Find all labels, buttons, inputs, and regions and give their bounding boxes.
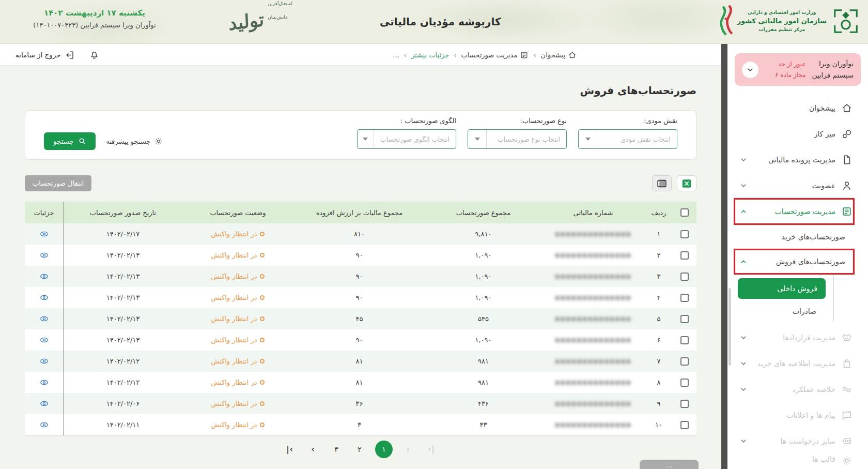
- current-date: یکشنبه ۱۷ اردیبهشت ۱۴۰۲: [9, 8, 180, 18]
- status-ring-icon: [260, 253, 265, 258]
- eye-icon[interactable]: [39, 293, 49, 302]
- row-checkbox[interactable]: [680, 379, 689, 387]
- invoice-status-cell: در انتظار واکنش: [182, 223, 293, 245]
- status-label: در انتظار واکنش: [211, 421, 257, 429]
- pagination-glyph: ۱: [382, 445, 386, 453]
- home-icon: [568, 51, 577, 59]
- advanced-search-button[interactable]: جستجو پیشرفته: [106, 137, 163, 146]
- status-badge: در انتظار واکنش: [211, 230, 265, 238]
- row-checkbox[interactable]: [680, 400, 689, 408]
- page-3-button[interactable]: ۳: [329, 442, 344, 457]
- page-prev-button: ›: [400, 442, 416, 457]
- eye-icon[interactable]: [39, 271, 49, 281]
- org-line-3: مرکز تنظیم مقررات: [737, 26, 827, 34]
- invoice-status-cell: در انتظار واکنش: [182, 308, 293, 329]
- sidebar-item-other-requests: سایر درخواست ها: [727, 428, 868, 454]
- bell-icon[interactable]: [89, 49, 100, 60]
- row-checkbox[interactable]: [680, 315, 689, 323]
- sidebar-item-workspace[interactable]: میز کار: [727, 121, 868, 147]
- company-name: نوآوران ویرا سیستم فرابین (۱۴۰۱۰۰۷۰۳۲۳): [9, 21, 180, 29]
- invoice-status-cell: در انتظار واکنش: [182, 245, 293, 266]
- transfer-invoice-button[interactable]: انتقال صورتحساب: [25, 175, 91, 191]
- header-cell: مجموع مالیات بر ارزش افزوده: [293, 202, 425, 223]
- invoice-status-cell: در انتظار واکنش: [182, 351, 293, 372]
- logout-button[interactable]: خروج از سامانه: [16, 44, 75, 66]
- invoice-icon: [520, 51, 529, 59]
- filter-field: الگوی صورتحساب :انتخاب الگوی صورتحساب: [357, 117, 456, 149]
- tax-id-masked: ●●●●●●●●●●●●●●: [555, 421, 631, 428]
- eye-icon[interactable]: [39, 399, 49, 409]
- table-toolbar: انتقال صورتحساب: [25, 175, 696, 191]
- sidebar-item-exports[interactable]: صادرات: [727, 304, 826, 319]
- sidebar-item-tax-file-management[interactable]: مدیریت پرونده مالیاتی: [727, 147, 868, 173]
- chevron-down-icon: [738, 334, 749, 342]
- column-settings-button[interactable]: [652, 175, 672, 191]
- sidebar-item-templates: قالب ها: [727, 454, 868, 469]
- sidebar-item-purchase-invoices[interactable]: صورتحساب‌های خرید: [727, 224, 868, 249]
- eye-icon[interactable]: [39, 377, 49, 387]
- invoice-pattern-select[interactable]: انتخاب الگوی صورتحساب: [357, 129, 456, 149]
- eye-icon[interactable]: [39, 356, 49, 366]
- row-checkbox[interactable]: [680, 273, 689, 281]
- status-label: در انتظار واکنش: [211, 251, 257, 259]
- message-icon: [841, 410, 853, 421]
- invoice-status-cell: در انتظار واکنش: [182, 287, 293, 308]
- row-checkbox[interactable]: [680, 230, 689, 238]
- row-checkbox[interactable]: [680, 357, 689, 366]
- row-checkbox[interactable]: [680, 336, 689, 344]
- row-number-cell: ۱۰: [645, 414, 673, 435]
- taxpayer-role-select[interactable]: انتخاب نقش مودی: [578, 129, 677, 149]
- page-next-button[interactable]: ‹: [305, 442, 321, 457]
- eye-icon[interactable]: [39, 250, 49, 260]
- breadcrumb-more-details[interactable]: جزئیات بیشتر: [411, 51, 449, 59]
- sidebar-item-invoice-management[interactable]: مدیریت صورتحساب: [727, 199, 868, 224]
- table-header-row: ردیفشماره مالیاتیمجموع صورتحسابمجموع مال…: [25, 202, 696, 223]
- table-toolbar-icons: [652, 175, 696, 191]
- eye-icon[interactable]: [39, 335, 49, 345]
- iran-flag-ribbon-icon: [720, 5, 733, 37]
- table-row: ۷●●●●●●●●●●●●●●۹۸۱۸۱در انتظار واکنش۱۴۰۲/…: [25, 351, 696, 372]
- select-all-checkbox[interactable]: [680, 208, 689, 217]
- sidebar-item-membership[interactable]: عضویت: [727, 173, 868, 199]
- sidebar-item-domestic-sales[interactable]: فروش داخلی: [738, 278, 826, 299]
- user-box-chevron-button[interactable]: [742, 62, 758, 78]
- row-checkbox[interactable]: [680, 251, 689, 260]
- select-placeholder: انتخاب نوع صورتحساب: [487, 135, 566, 143]
- main-content: صورتحساب‌های فروش نقش مودی:انتخاب نقش مو…: [0, 66, 721, 469]
- tax-org-emblem-icon: [831, 6, 861, 36]
- vat-total-cell: ۸۱: [293, 372, 425, 393]
- breadcrumb-dashboard[interactable]: پیشخوان: [541, 51, 577, 59]
- export-excel-button[interactable]: [677, 175, 696, 191]
- date-block: یکشنبه ۱۷ اردیبهشت ۱۴۰۲ نوآوران ویرا سیس…: [9, 8, 180, 29]
- vat-total-cell: ۹۰: [293, 266, 425, 287]
- page-scrollbar[interactable]: [721, 44, 727, 469]
- search-button[interactable]: جستجو: [44, 132, 96, 150]
- row-checkbox[interactable]: [680, 421, 689, 429]
- sidebar-item-sales-invoices[interactable]: صورتحساب‌های فروش: [727, 249, 868, 274]
- sidebar-scrollbar-thumb[interactable]: [729, 288, 731, 366]
- page-2-button[interactable]: ۲: [352, 442, 367, 457]
- chevron-up-icon: [738, 258, 749, 266]
- file-icon: [841, 154, 853, 165]
- tax-id-masked: ●●●●●●●●●●●●●●: [555, 400, 631, 407]
- invoice-type-select[interactable]: انتخاب نوع صورتحساب: [468, 129, 567, 149]
- page-last-button[interactable]: |‹: [282, 442, 298, 457]
- vat-total-cell: ۳۶: [293, 393, 425, 414]
- invoice-status-cell: در انتظار واکنش: [182, 393, 293, 414]
- eye-icon[interactable]: [39, 314, 49, 324]
- chevron-down-icon: [738, 359, 749, 368]
- vat-total-cell: ۸۱۰: [293, 223, 425, 245]
- tax-org-text: وزارت امور اقتصادی و دارایی سازمان امور …: [737, 9, 827, 34]
- invoices-table: ردیفشماره مالیاتیمجموع صورتحسابمجموع مال…: [25, 202, 696, 436]
- details-cell: [25, 308, 64, 329]
- excel-icon: [681, 178, 692, 189]
- details-cell: [25, 266, 64, 287]
- row-checkbox[interactable]: [680, 294, 689, 302]
- eye-icon[interactable]: [39, 229, 49, 239]
- eye-icon[interactable]: [39, 420, 49, 430]
- breadcrumb-invoice-management[interactable]: مدیریت صورتحساب: [461, 51, 529, 59]
- sidebar-item-dashboard[interactable]: پیشخوان: [727, 95, 868, 121]
- breadcrumb-ellipsis[interactable]: ...: [393, 51, 399, 59]
- row-select-cell: [673, 329, 696, 351]
- invoice-total-cell: ۴۳۶: [425, 393, 541, 414]
